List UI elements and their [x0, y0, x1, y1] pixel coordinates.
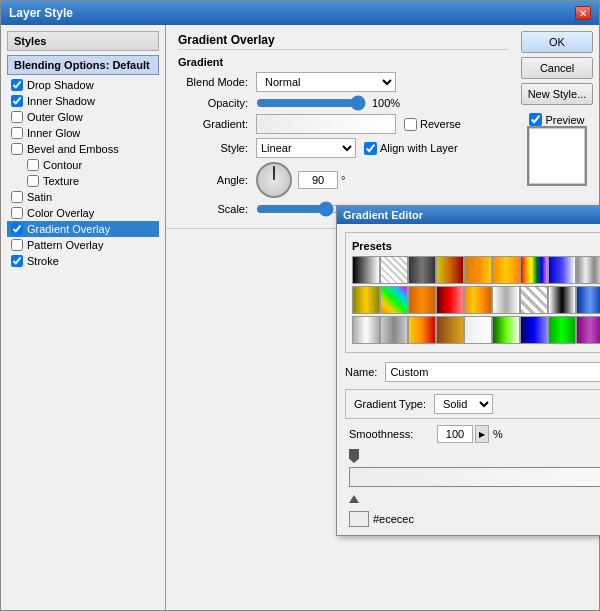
contour-checkbox[interactable]: [27, 159, 39, 171]
align-check[interactable]: Align with Layer: [364, 142, 458, 155]
gradient-editor-title-text: Gradient Editor: [343, 209, 423, 221]
gradient-label: Gradient:: [178, 118, 248, 130]
preset-rust[interactable]: [408, 286, 436, 314]
preset-light-gray[interactable]: [352, 316, 380, 344]
preset-flame[interactable]: [464, 286, 492, 314]
preset-multi[interactable]: [380, 286, 408, 314]
preset-lime[interactable]: [492, 316, 520, 344]
left-color-swatch[interactable]: [349, 511, 369, 527]
layer-item-color-overlay[interactable]: Color Overlay: [7, 205, 159, 221]
preset-white-black[interactable]: [548, 286, 576, 314]
stroke-checkbox[interactable]: [11, 255, 23, 267]
preset-chrome[interactable]: [576, 256, 600, 284]
preset-bw[interactable]: [352, 256, 380, 284]
preset-warm[interactable]: [436, 256, 464, 284]
color-stop-left-marker[interactable]: [349, 495, 359, 503]
reverse-check[interactable]: Reverse: [404, 118, 461, 131]
smoothness-arrow[interactable]: ▶: [475, 425, 489, 443]
bevel-emboss-checkbox[interactable]: [11, 143, 23, 155]
style-row: Style: Linear Radial Angle Reflected Dia…: [178, 138, 509, 158]
preset-bronze[interactable]: [436, 316, 464, 344]
preset-orange[interactable]: [464, 256, 492, 284]
layer-item-contour[interactable]: Contour: [7, 157, 159, 173]
name-input[interactable]: [385, 362, 600, 382]
angle-input[interactable]: [298, 171, 338, 189]
gradient-preview[interactable]: [256, 114, 396, 134]
blend-mode-row: Blend Mode: Normal Dissolve Multiply Scr…: [178, 72, 509, 92]
opacity-stop-left[interactable]: [349, 449, 359, 463]
side-buttons: OK Cancel New Style... Preview: [521, 31, 593, 186]
gradient-sub-title: Gradient: [178, 56, 509, 68]
layer-item-stroke[interactable]: Stroke: [7, 253, 159, 269]
reverse-checkbox[interactable]: [404, 118, 417, 131]
gradient-editor: Gradient Editor — □ ✕ Presets ▶: [336, 205, 600, 536]
style-select[interactable]: Linear Radial Angle Reflected Diamond: [256, 138, 356, 158]
layer-item-bevel-emboss[interactable]: Bevel and Emboss: [7, 141, 159, 157]
layer-items-list: Drop Shadow Inner Shadow Outer Glow Inne…: [7, 77, 159, 269]
preset-red[interactable]: [436, 286, 464, 314]
layer-item-texture[interactable]: Texture: [7, 173, 159, 189]
inner-shadow-checkbox[interactable]: [11, 95, 23, 107]
preview-checkbox-row[interactable]: Preview: [529, 113, 584, 126]
preview-checkbox[interactable]: [529, 113, 542, 126]
preview-label: Preview: [545, 114, 584, 126]
angle-dial[interactable]: [256, 162, 292, 198]
close-button[interactable]: ✕: [575, 6, 591, 20]
gradient-overlay-checkbox[interactable]: [11, 223, 23, 235]
pattern-overlay-checkbox[interactable]: [11, 239, 23, 251]
preset-sunset[interactable]: [408, 316, 436, 344]
name-row: Name: New: [345, 361, 600, 383]
layer-item-pattern-overlay[interactable]: Pattern Overlay: [7, 237, 159, 253]
outer-glow-checkbox[interactable]: [11, 111, 23, 123]
preset-med-gray[interactable]: [380, 316, 408, 344]
align-checkbox[interactable]: [364, 142, 377, 155]
inner-glow-checkbox[interactable]: [11, 127, 23, 139]
presets-grid: [352, 256, 600, 346]
new-style-button[interactable]: New Style...: [521, 83, 593, 105]
layer-item-outer-glow[interactable]: Outer Glow: [7, 109, 159, 125]
right-panel: Gradient Overlay Gradient Blend Mode: No…: [166, 25, 599, 610]
gradient-type-select[interactable]: Solid Noise: [434, 394, 493, 414]
texture-checkbox[interactable]: [27, 175, 39, 187]
cancel-button[interactable]: Cancel: [521, 57, 593, 79]
preset-purple2[interactable]: [576, 316, 600, 344]
layer-item-satin[interactable]: Satin: [7, 189, 159, 205]
layer-item-inner-shadow[interactable]: Inner Shadow: [7, 93, 159, 109]
presets-group: Presets ▶: [345, 232, 600, 353]
satin-checkbox[interactable]: [11, 191, 23, 203]
main-content: Styles Blending Options: Default Drop Sh…: [1, 25, 599, 610]
color-overlay-checkbox[interactable]: [11, 207, 23, 219]
preset-golden[interactable]: [352, 286, 380, 314]
preset-rainbow[interactable]: [520, 256, 548, 284]
preset-blue[interactable]: [548, 256, 576, 284]
preset-transparent[interactable]: [380, 256, 408, 284]
preset-indigo[interactable]: [520, 316, 548, 344]
preset-silver[interactable]: [492, 286, 520, 314]
gradient-bar-wrapper: [349, 467, 600, 487]
layer-item-gradient-overlay[interactable]: Gradient Overlay: [7, 221, 159, 237]
scale-label: Scale:: [178, 203, 248, 215]
layer-item-drop-shadow[interactable]: Drop Shadow: [7, 77, 159, 93]
opacity-label: Opacity:: [178, 97, 248, 109]
left-color-info: #ececec: [349, 511, 414, 527]
preset-gray[interactable]: [408, 256, 436, 284]
preset-current[interactable]: [464, 316, 492, 344]
blending-options-item[interactable]: Blending Options: Default: [7, 55, 159, 75]
gradient-bar[interactable]: [349, 467, 600, 487]
degree-symbol: °: [341, 174, 345, 186]
ok-button[interactable]: OK: [521, 31, 593, 53]
blend-mode-select[interactable]: Normal Dissolve Multiply Screen Overlay: [256, 72, 396, 92]
preset-diag[interactable]: [520, 286, 548, 314]
drop-shadow-checkbox[interactable]: [11, 79, 23, 91]
preview-section: Preview: [521, 113, 593, 186]
smoothness-value[interactable]: [437, 425, 473, 443]
opacity-value: 100: [372, 97, 390, 109]
left-color-value: #ececec: [373, 513, 414, 525]
angle-control: °: [256, 162, 345, 198]
layer-item-inner-glow[interactable]: Inner Glow: [7, 125, 159, 141]
preset-green[interactable]: [548, 316, 576, 344]
opacity-slider[interactable]: [256, 96, 366, 110]
preset-orange2[interactable]: [492, 256, 520, 284]
preset-navy[interactable]: [576, 286, 600, 314]
styles-header[interactable]: Styles: [7, 31, 159, 51]
